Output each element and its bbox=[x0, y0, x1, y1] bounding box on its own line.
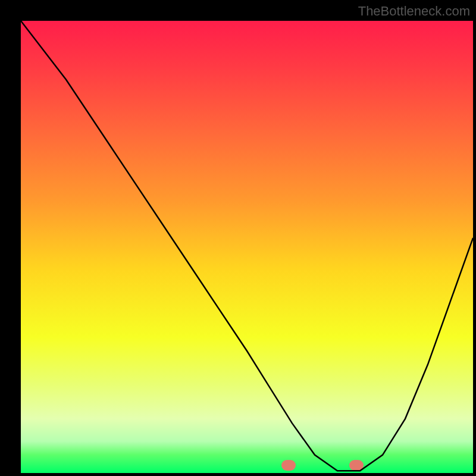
watermark-text: TheBottleneck.com bbox=[358, 4, 470, 19]
plot-area bbox=[21, 21, 473, 473]
chart-frame: TheBottleneck.com bbox=[0, 0, 476, 476]
bottleneck-curve bbox=[21, 21, 473, 473]
